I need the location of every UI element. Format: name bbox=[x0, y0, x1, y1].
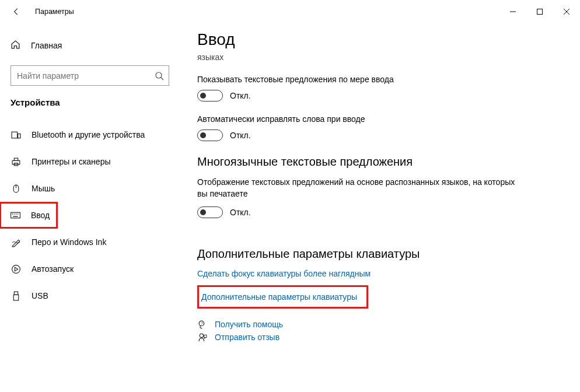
devices-icon bbox=[11, 130, 21, 140]
search-box[interactable] bbox=[11, 65, 169, 86]
sidebar-item-label: Bluetooth и другие устройства bbox=[32, 130, 145, 139]
link-feedback[interactable]: Отправить отзыв bbox=[215, 332, 279, 342]
sidebar-item-label: Ввод bbox=[31, 211, 50, 220]
search-icon bbox=[155, 71, 164, 80]
sidebar-item-label: Автозапуск bbox=[32, 264, 74, 274]
sidebar-item-printers[interactable]: Принтеры и сканеры bbox=[0, 148, 180, 175]
section-multilang-desc: Отображение текстовых предложений на осн… bbox=[197, 177, 524, 200]
residual-text: языках bbox=[197, 52, 562, 62]
sidebar-item-label: Принтеры и сканеры bbox=[32, 157, 110, 166]
sidebar-item-mouse[interactable]: Мышь bbox=[0, 175, 180, 202]
maximize-button[interactable] bbox=[526, 0, 553, 23]
close-button[interactable] bbox=[553, 0, 580, 23]
sidebar-item-label: Мышь bbox=[32, 184, 55, 193]
sidebar-nav: Bluetooth и другие устройства Принтеры и… bbox=[0, 121, 180, 309]
svg-point-1 bbox=[156, 72, 162, 78]
help-icon: ? bbox=[197, 319, 208, 330]
svg-rect-17 bbox=[13, 295, 19, 300]
sidebar: Главная Устройства Bluetooth и другие ус… bbox=[0, 23, 180, 392]
svg-text:?: ? bbox=[201, 321, 203, 325]
sidebar-home-label: Главная bbox=[31, 41, 62, 50]
minimize-button[interactable] bbox=[499, 0, 526, 23]
svg-rect-9 bbox=[11, 212, 20, 218]
toggle-state: Откл. bbox=[230, 208, 251, 217]
link-get-help[interactable]: Получить помощь bbox=[215, 320, 283, 329]
svg-rect-2 bbox=[12, 132, 18, 138]
page-title: Ввод bbox=[197, 30, 562, 49]
svg-rect-0 bbox=[537, 9, 543, 15]
sidebar-home[interactable]: Главная bbox=[0, 33, 180, 58]
sidebar-item-pen[interactable]: Перо и Windows Ink bbox=[0, 229, 180, 256]
svg-rect-16 bbox=[14, 292, 18, 295]
titlebar: Параметры bbox=[0, 0, 580, 23]
link-keyboard-focus[interactable]: Сделать фокус клавиатуры более наглядным bbox=[197, 269, 562, 278]
sidebar-item-usb[interactable]: USB bbox=[0, 282, 180, 309]
feedback-icon bbox=[197, 332, 208, 342]
svg-point-15 bbox=[12, 265, 20, 273]
svg-rect-3 bbox=[18, 134, 20, 138]
svg-rect-5 bbox=[14, 158, 18, 160]
help-row: ? Получить помощь bbox=[197, 319, 562, 330]
usb-icon bbox=[11, 290, 21, 301]
pen-icon bbox=[11, 237, 21, 247]
search-input[interactable] bbox=[17, 71, 155, 80]
svg-point-20 bbox=[200, 334, 203, 337]
toggle-label: Автоматически исправлять слова при вводе bbox=[197, 114, 562, 124]
keyboard-icon bbox=[10, 210, 20, 220]
sidebar-category: Устройства bbox=[0, 97, 180, 107]
sidebar-item-typing[interactable]: Ввод bbox=[1, 204, 56, 227]
back-button[interactable] bbox=[9, 5, 23, 19]
main-content: Ввод языках Показывать текстовые предлож… bbox=[180, 23, 580, 392]
toggle-state: Откл. bbox=[230, 91, 251, 100]
feedback-row: Отправить отзыв bbox=[197, 332, 562, 342]
sidebar-item-bluetooth[interactable]: Bluetooth и другие устройства bbox=[0, 121, 180, 148]
window-controls bbox=[499, 0, 580, 23]
toggle-state: Откл. bbox=[230, 131, 251, 140]
section-advanced-title: Дополнительные параметры клавиатуры bbox=[197, 247, 562, 261]
sidebar-item-label: USB bbox=[32, 291, 48, 300]
sidebar-item-label: Перо и Windows Ink bbox=[32, 237, 106, 247]
toggle-label: Показывать текстовые предложения по мере… bbox=[197, 75, 562, 84]
toggle-switch[interactable] bbox=[197, 206, 223, 218]
sidebar-item-autoplay[interactable]: Автозапуск bbox=[0, 256, 180, 282]
section-multilang-title: Многоязычные текстовые предложения bbox=[197, 155, 562, 169]
link-advanced-keyboard[interactable]: Дополнительные параметры клавиатуры bbox=[201, 292, 357, 302]
toggle-text-suggestions: Показывать текстовые предложения по мере… bbox=[197, 75, 562, 102]
toggle-multilang: Откл. bbox=[197, 206, 562, 218]
svg-rect-4 bbox=[12, 160, 20, 164]
autoplay-icon bbox=[11, 264, 21, 274]
home-icon bbox=[11, 40, 20, 51]
window-title: Параметры bbox=[35, 8, 74, 16]
highlight-advanced-link: Дополнительные параметры клавиатуры bbox=[197, 285, 368, 309]
mouse-icon bbox=[11, 183, 21, 194]
toggle-switch[interactable] bbox=[197, 130, 223, 141]
printer-icon bbox=[11, 156, 21, 167]
toggle-autocorrect: Автоматически исправлять слова при вводе… bbox=[197, 114, 562, 141]
toggle-switch[interactable] bbox=[197, 90, 223, 102]
